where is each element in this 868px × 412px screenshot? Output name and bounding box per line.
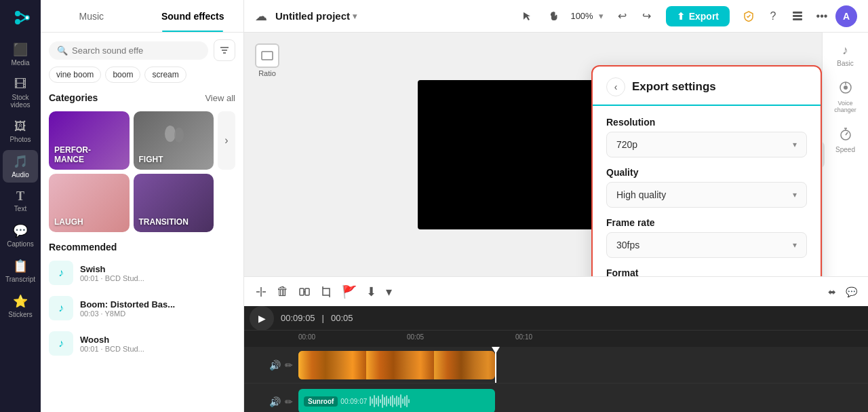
tab-sound-effects[interactable]: Sound effects <box>142 0 244 32</box>
zoom-level[interactable]: 100% <box>570 11 593 21</box>
quality-value: High quality <box>616 189 666 200</box>
search-input-wrap[interactable]: 🔍 <box>49 41 208 60</box>
quality-select[interactable]: High quality ▾ <box>606 182 807 208</box>
format-group: Format MP4 ▾ <box>606 267 807 276</box>
sidebar-item-media[interactable]: ⬛ Media <box>3 38 38 71</box>
frame-rate-select[interactable]: 30fps ▾ <box>606 232 807 258</box>
audio-track-row: 🔊 ✏ Sunroof 00:09:07 <box>244 383 868 412</box>
tag-boom[interactable]: boom <box>105 67 140 83</box>
layout-button[interactable] <box>787 5 808 27</box>
sidebar-audio-label: Audio <box>12 171 29 179</box>
filter-button[interactable] <box>214 39 235 61</box>
svg-point-1 <box>15 19 20 24</box>
search-area: 🔍 <box>41 33 243 67</box>
video-clip[interactable] <box>298 351 495 379</box>
sound-item-swish[interactable]: ♪ Swish 00:01 · BCD Stud... <box>41 255 243 291</box>
sidebar-item-stock-videos[interactable]: 🎞 Stock videos <box>3 73 38 113</box>
categories-title: Categories <box>49 92 98 103</box>
svg-rect-27 <box>323 288 330 295</box>
trim-button[interactable] <box>298 286 311 298</box>
tag-vine-boom[interactable]: vine boom <box>49 67 101 83</box>
audio-clip[interactable]: Sunroof 00:09:07 <box>298 389 495 412</box>
download-button[interactable]: ⬇ <box>366 284 376 299</box>
cloud-save-icon: ☁ <box>255 9 267 24</box>
hand-tool-button[interactable] <box>543 5 565 27</box>
video-volume-icon[interactable]: 🔊 <box>269 360 281 371</box>
right-panel-speed[interactable]: Speed <box>825 121 866 159</box>
tab-music[interactable]: Music <box>41 0 142 32</box>
svg-point-8 <box>165 126 176 142</box>
video-edit-icon[interactable]: ✏ <box>285 360 293 371</box>
redo-button[interactable]: ↪ <box>636 5 658 27</box>
zoom-chevron-icon[interactable]: ▾ <box>599 11 604 21</box>
audio-clip-inner: Sunroof 00:09:07 <box>298 389 495 412</box>
svg-rect-24 <box>300 288 304 295</box>
resolution-chevron-icon: ▾ <box>793 140 797 149</box>
sound-boom-meta: 00:03 · Y8MD <box>80 310 235 318</box>
resolution-select[interactable]: 720p ▾ <box>606 132 807 157</box>
sidebar-item-photos[interactable]: 🖼 Photos <box>3 115 38 147</box>
audio-icon: 🎵 <box>13 154 28 169</box>
svg-rect-10 <box>793 12 802 14</box>
cursor-tool-button[interactable] <box>516 5 538 27</box>
category-performance[interactable]: PERFOR-MANCE <box>49 111 130 170</box>
svg-point-0 <box>15 11 20 16</box>
right-panel-voice-changer[interactable]: Voice changer <box>825 75 866 119</box>
category-laugh-label: LAUGH <box>54 217 83 227</box>
more-options-button[interactable]: ••• <box>811 5 833 27</box>
caption-button[interactable]: 💬 <box>846 286 857 297</box>
app-logo <box>8 5 33 30</box>
sidebar-photos-label: Photos <box>9 136 31 143</box>
undo-button[interactable]: ↩ <box>612 5 633 27</box>
shield-icon-button[interactable] <box>738 5 760 27</box>
help-button[interactable]: ? <box>762 5 784 27</box>
timeline-toolbar: 🗑 🚩 ⬇ ▾ ⬌ 💬 <box>244 276 868 306</box>
crop-button[interactable] <box>320 286 332 298</box>
view-all-button[interactable]: View all <box>205 93 235 103</box>
layout-icon <box>792 11 803 22</box>
play-button[interactable]: ▶ <box>250 306 274 331</box>
export-button[interactable]: ⬆ Export <box>666 6 730 26</box>
category-fight[interactable]: FIGHT <box>134 111 214 170</box>
audio-waveform <box>370 394 490 408</box>
panel-tabs: Music Sound effects <box>41 0 243 33</box>
user-avatar[interactable]: A <box>835 5 857 27</box>
delete-button[interactable]: 🗑 <box>277 284 289 299</box>
quality-chevron-icon: ▾ <box>793 190 797 200</box>
audio-volume-icon[interactable]: 🔊 <box>269 396 281 407</box>
sidebar-item-transcript[interactable]: 📋 Transcript <box>3 255 38 287</box>
sidebar-item-audio[interactable]: 🎵 Audio <box>3 150 38 183</box>
fit-width-button[interactable]: ⬌ <box>828 286 836 297</box>
flag-button[interactable]: 🚩 <box>342 284 357 299</box>
svg-line-18 <box>846 132 848 135</box>
categories-next-button[interactable]: › <box>218 111 235 170</box>
download-options-button[interactable]: ▾ <box>386 284 392 299</box>
sidebar-item-stickers[interactable]: ⭐ Stickers <box>3 290 38 322</box>
category-fight-label: FIGHT <box>139 155 163 164</box>
export-back-button[interactable]: ‹ <box>606 77 625 96</box>
recommended-header: Recommended <box>41 236 243 255</box>
tag-scream[interactable]: scream <box>144 67 186 83</box>
sidebar-item-captions[interactable]: 💬 Captions <box>3 219 38 252</box>
category-transition[interactable]: TRANSITION <box>134 174 214 232</box>
frame-rate-group: Frame rate 30fps ▾ <box>606 217 807 258</box>
sidebar-stock-label: Stock videos <box>5 94 35 109</box>
topbar: ☁ Untitled project ▾ 100% ▾ ↩ ↪ <box>244 0 868 33</box>
sound-item-boom[interactable]: ♪ Boom: Distorted Bas... 00:03 · Y8MD <box>41 291 243 326</box>
sound-list: ♪ Swish 00:01 · BCD Stud... ♪ Boom: Dist… <box>41 255 243 412</box>
sound-boom-name: Boom: Distorted Bas... <box>80 299 235 310</box>
audio-edit-icon[interactable]: ✏ <box>285 396 293 407</box>
split-tool-button[interactable] <box>255 286 267 298</box>
frame-rate-chevron-icon: ▾ <box>793 240 797 250</box>
category-laugh[interactable]: LAUGH <box>49 174 130 232</box>
ratio-button[interactable]: Ratio <box>255 43 279 77</box>
sound-item-woosh[interactable]: ♪ Woosh 00:01 · BCD Stud... <box>41 326 243 361</box>
sound-swish-name: Swish <box>80 264 235 274</box>
aspect-ratio-icon <box>260 49 274 62</box>
sidebar-item-text[interactable]: T Text <box>3 185 38 217</box>
right-panel-basic[interactable]: ♪ Basic <box>825 38 866 73</box>
project-name[interactable]: Untitled project ▾ <box>275 10 357 22</box>
search-input[interactable] <box>72 45 200 56</box>
svg-rect-12 <box>793 18 802 20</box>
sidebar-transcript-label: Transcript <box>5 276 35 283</box>
